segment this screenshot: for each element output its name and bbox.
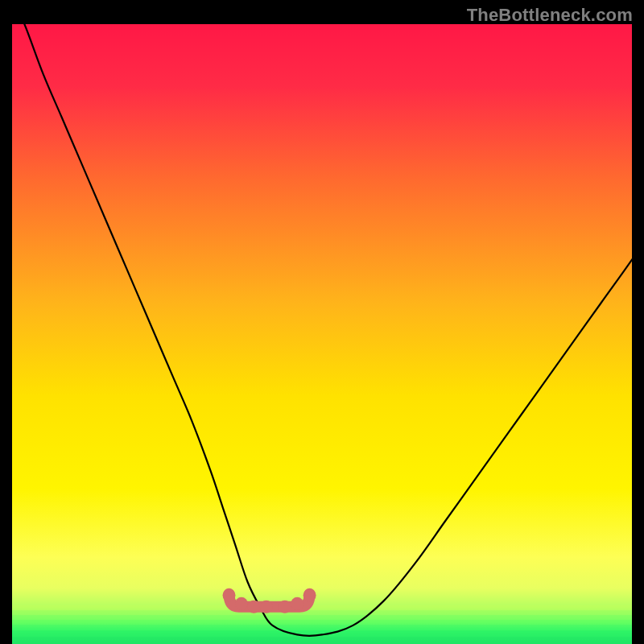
- chart-frame: TheBottleneck.com: [0, 0, 644, 644]
- watermark-text: TheBottleneck.com: [467, 5, 633, 26]
- svg-rect-4: [12, 620, 632, 625]
- bottleneck-plot: [12, 24, 632, 644]
- svg-rect-1: [12, 605, 632, 610]
- flat-region-dot: [247, 601, 260, 613]
- flat-region-dot: [291, 597, 303, 610]
- flat-region-dot: [223, 588, 236, 601]
- svg-rect-3: [12, 615, 632, 620]
- svg-rect-5: [12, 625, 632, 630]
- svg-rect-7: [12, 637, 632, 644]
- bottom-band-stripes: [12, 605, 632, 644]
- flat-region-dot: [235, 597, 248, 610]
- flat-region-dot: [279, 601, 291, 613]
- svg-rect-6: [12, 630, 632, 637]
- gradient-background: [12, 24, 632, 644]
- flat-region-dot: [260, 601, 273, 613]
- flat-region-dot: [303, 588, 316, 601]
- svg-rect-2: [12, 610, 632, 615]
